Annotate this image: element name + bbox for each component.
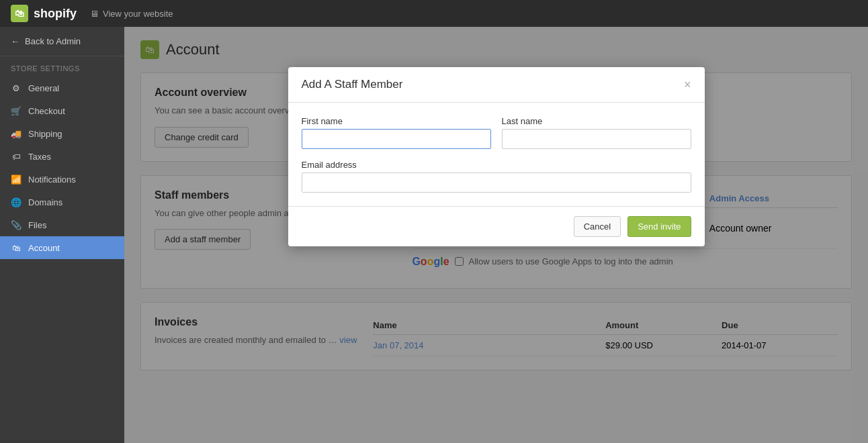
back-arrow-icon: ← <box>11 36 19 46</box>
last-name-input[interactable] <box>502 129 691 149</box>
view-website-label: View your website <box>103 9 173 19</box>
sidebar-item-taxes[interactable]: 🏷 Taxes <box>0 145 124 168</box>
brand-logo: 🛍 shopify <box>11 5 77 22</box>
first-name-group: First name <box>302 116 491 149</box>
sidebar-item-label: Taxes <box>28 152 51 162</box>
modal-close-button[interactable]: × <box>684 79 691 91</box>
paperclip-icon: 📎 <box>11 219 21 230</box>
tag-icon: 🏷 <box>11 151 21 162</box>
sidebar-item-notifications[interactable]: 📶 Notifications <box>0 168 124 191</box>
view-website-link[interactable]: 🖥 View your website <box>90 9 173 19</box>
truck-icon: 🚚 <box>11 128 21 139</box>
main-content: 🛍 Account Account overview You can see a… <box>124 27 868 443</box>
globe-icon: 🌐 <box>11 197 21 207</box>
sidebar-item-account[interactable]: 🛍 Account <box>0 236 124 259</box>
modal-title: Add A Staff Member <box>302 78 403 91</box>
sidebar-item-files[interactable]: 📎 Files <box>0 213 124 236</box>
modal-footer: Cancel Send invite <box>288 206 705 246</box>
gear-icon: ⚙ <box>11 83 21 93</box>
sidebar-item-checkout[interactable]: 🛒 Checkout <box>0 99 124 122</box>
sidebar-item-label: Account <box>28 243 60 253</box>
brand-name: shopify <box>34 7 77 21</box>
last-name-group: Last name <box>502 116 691 149</box>
cancel-button[interactable]: Cancel <box>574 216 621 237</box>
sidebar-item-label: Shipping <box>28 129 62 139</box>
sidebar-item-domains[interactable]: 🌐 Domains <box>0 191 124 213</box>
add-staff-modal: Add A Staff Member × First name Last nam… <box>288 67 705 246</box>
back-to-admin-label: Back to Admin <box>25 36 81 46</box>
main-layout: ← Back to Admin STORE SETTINGS ⚙ General… <box>0 27 868 443</box>
sidebar-item-label: Domains <box>28 197 62 207</box>
cart-icon: 🛒 <box>11 105 21 116</box>
sidebar-item-label: Files <box>28 220 46 230</box>
monitor-icon: 🖥 <box>90 9 99 19</box>
account-bag-icon: 🛍 <box>11 242 21 253</box>
topbar: 🛍 shopify 🖥 View your website <box>0 0 868 27</box>
email-label: Email address <box>302 160 691 170</box>
sidebar-item-general[interactable]: ⚙ General <box>0 77 124 99</box>
sidebar-item-label: General <box>28 83 59 93</box>
send-invite-button[interactable]: Send invite <box>627 216 691 237</box>
sidebar: ← Back to Admin STORE SETTINGS ⚙ General… <box>0 27 124 443</box>
first-name-label: First name <box>302 116 491 126</box>
store-settings-label: STORE SETTINGS <box>0 56 124 77</box>
sidebar-item-shipping[interactable]: 🚚 Shipping <box>0 122 124 145</box>
email-group: Email address <box>302 160 691 193</box>
wifi-icon: 📶 <box>11 174 21 185</box>
sidebar-item-label: Notifications <box>28 175 76 185</box>
email-input[interactable] <box>302 173 691 193</box>
sidebar-item-label: Checkout <box>28 106 65 116</box>
first-name-input[interactable] <box>302 129 491 149</box>
name-form-row: First name Last name <box>302 116 691 149</box>
modal-overlay: Add A Staff Member × First name Last nam… <box>124 27 868 443</box>
last-name-label: Last name <box>502 116 691 126</box>
back-to-admin-link[interactable]: ← Back to Admin <box>0 27 124 56</box>
shopify-bag-icon: 🛍 <box>11 5 28 22</box>
modal-body: First name Last name Email address <box>288 103 705 206</box>
modal-header: Add A Staff Member × <box>288 67 705 103</box>
